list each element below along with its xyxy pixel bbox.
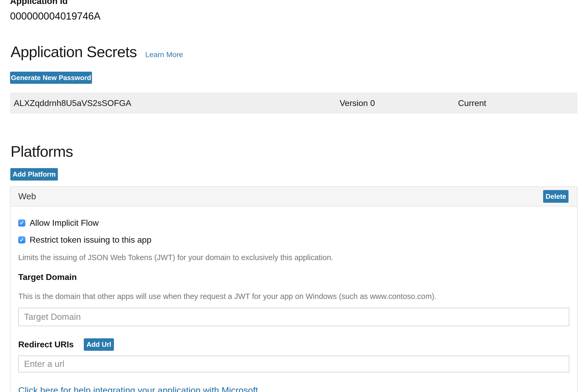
secret-password-value: ALXZqddrnh8U5aVS2sSOFGA xyxy=(14,93,131,114)
restrict-token-label: Restrict token issuing to this app xyxy=(30,235,151,245)
restrict-token-row: ✓ Restrict token issuing to this app xyxy=(18,235,569,245)
allow-implicit-flow-row: ✓ Allow Implicit Flow xyxy=(18,218,569,228)
checkmark-icon: ✓ xyxy=(20,237,24,243)
restrict-token-checkbox[interactable]: ✓ xyxy=(18,236,25,243)
application-secrets-heading-row: Application Secrets Learn More xyxy=(11,43,183,61)
checkmark-icon: ✓ xyxy=(20,220,24,226)
target-domain-label: Target Domain xyxy=(18,272,569,282)
learn-more-link[interactable]: Learn More xyxy=(145,50,183,59)
integration-help-link[interactable]: Click here for help integrating your app… xyxy=(18,385,261,392)
add-url-button[interactable]: Add Url xyxy=(84,338,114,351)
generate-new-password-button[interactable]: Generate New Password xyxy=(10,72,92,84)
secret-status-value: Current xyxy=(458,93,486,114)
application-id-label: Application Id xyxy=(10,0,68,6)
redirect-uri-input[interactable] xyxy=(18,356,569,372)
redirect-uris-label: Redirect URIs xyxy=(18,340,74,349)
redirect-uris-row: Redirect URIs Add Url xyxy=(18,338,569,351)
web-panel-header: Web Delete xyxy=(10,187,577,206)
allow-implicit-flow-label: Allow Implicit Flow xyxy=(30,218,99,228)
application-id-value: 000000004019746A xyxy=(10,11,100,22)
secret-table-row: ALXZqddrnh8U5aVS2sSOFGA Version 0 Curren… xyxy=(10,93,577,114)
web-panel-title: Web xyxy=(10,191,36,201)
secret-version-value: Version 0 xyxy=(340,93,375,114)
platforms-title: Platforms xyxy=(11,143,73,160)
restrict-token-help-text: Limits the issuing of JSON Web Tokens (J… xyxy=(18,253,569,263)
target-domain-input[interactable] xyxy=(18,308,569,326)
web-platform-panel: Web Delete ✓ Allow Implicit Flow ✓ Restr… xyxy=(10,186,577,392)
delete-platform-button[interactable]: Delete xyxy=(543,190,568,203)
web-panel-body: ✓ Allow Implicit Flow ✓ Restrict token i… xyxy=(10,218,577,392)
target-domain-help-text: This is the domain that other apps will … xyxy=(18,292,569,302)
application-secrets-title: Application Secrets xyxy=(11,43,137,61)
add-platform-button[interactable]: Add Platform xyxy=(10,168,58,181)
allow-implicit-flow-checkbox[interactable]: ✓ xyxy=(18,219,25,227)
